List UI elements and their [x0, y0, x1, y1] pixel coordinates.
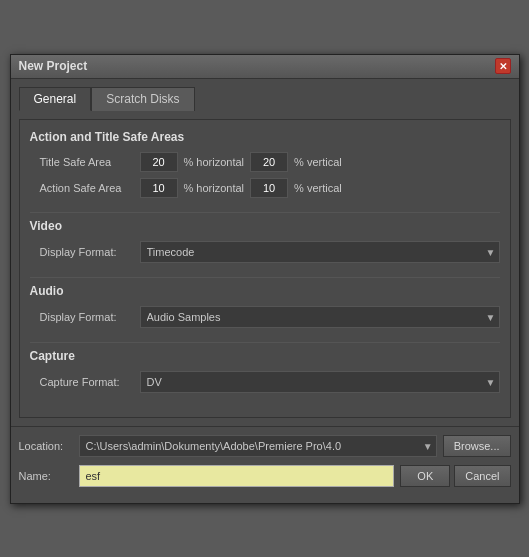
footer: Location: C:\Users\admin\Dokumenty\Adobe… — [11, 426, 519, 503]
audio-display-format-row: Display Format: Audio Samples Millisecon… — [30, 306, 500, 328]
capture-section: Capture Capture Format: DV HDV ▼ — [30, 349, 500, 393]
title-safe-v-pct: % vertical — [294, 156, 342, 168]
audio-section: Audio Display Format: Audio Samples Mill… — [30, 284, 500, 328]
video-display-format-wrap: Timecode Frames Feet + Frames Samples ▼ — [140, 241, 500, 263]
title-safe-v-input[interactable] — [250, 152, 288, 172]
audio-display-format-select[interactable]: Audio Samples Milliseconds — [140, 306, 500, 328]
divider-1 — [30, 212, 500, 213]
title-safe-row: Title Safe Area % horizontal % vertical — [30, 152, 500, 172]
audio-display-format-wrap: Audio Samples Milliseconds ▼ — [140, 306, 500, 328]
action-safe-v-pct: % vertical — [294, 182, 342, 194]
action-safe-label: Action Safe Area — [40, 182, 140, 194]
video-display-format-select[interactable]: Timecode Frames Feet + Frames Samples — [140, 241, 500, 263]
window-body: General Scratch Disks Action and Title S… — [11, 79, 519, 426]
tab-bar: General Scratch Disks — [19, 87, 511, 111]
title-safe-h-pct: % horizontal — [184, 156, 245, 168]
capture-format-select[interactable]: DV HDV — [140, 371, 500, 393]
video-display-format-label: Display Format: — [40, 246, 140, 258]
video-title: Video — [30, 219, 500, 233]
capture-format-wrap: DV HDV ▼ — [140, 371, 500, 393]
cancel-button[interactable]: Cancel — [454, 465, 510, 487]
name-input[interactable] — [79, 465, 395, 487]
action-safe-h-pct: % horizontal — [184, 182, 245, 194]
title-safe-label: Title Safe Area — [40, 156, 140, 168]
video-display-format-row: Display Format: Timecode Frames Feet + F… — [30, 241, 500, 263]
tab-scratch-disks[interactable]: Scratch Disks — [91, 87, 194, 111]
capture-format-row: Capture Format: DV HDV ▼ — [30, 371, 500, 393]
safe-areas-title: Action and Title Safe Areas — [30, 130, 500, 144]
divider-2 — [30, 277, 500, 278]
name-label: Name: — [19, 470, 79, 482]
title-bar: New Project ✕ — [11, 55, 519, 79]
location-select[interactable]: C:\Users\admin\Dokumenty\Adobe\Premiere … — [79, 435, 437, 457]
location-select-wrap: C:\Users\admin\Dokumenty\Adobe\Premiere … — [79, 435, 437, 457]
location-label: Location: — [19, 440, 79, 452]
capture-title: Capture — [30, 349, 500, 363]
location-row: Location: C:\Users\admin\Dokumenty\Adobe… — [19, 435, 511, 457]
window-title: New Project — [19, 59, 88, 73]
new-project-dialog: New Project ✕ General Scratch Disks Acti… — [10, 54, 520, 504]
action-safe-v-input[interactable] — [250, 178, 288, 198]
capture-format-label: Capture Format: — [40, 376, 140, 388]
name-row: Name: OK Cancel — [19, 465, 511, 487]
audio-title: Audio — [30, 284, 500, 298]
video-section: Video Display Format: Timecode Frames Fe… — [30, 219, 500, 263]
divider-3 — [30, 342, 500, 343]
action-safe-row: Action Safe Area % horizontal % vertical — [30, 178, 500, 198]
title-safe-h-input[interactable] — [140, 152, 178, 172]
ok-button[interactable]: OK — [400, 465, 450, 487]
browse-button[interactable]: Browse... — [443, 435, 511, 457]
tab-content-general: Action and Title Safe Areas Title Safe A… — [19, 119, 511, 418]
safe-areas-section: Action and Title Safe Areas Title Safe A… — [30, 130, 500, 198]
action-safe-h-input[interactable] — [140, 178, 178, 198]
close-button[interactable]: ✕ — [495, 58, 511, 74]
tab-general[interactable]: General — [19, 87, 92, 111]
audio-display-format-label: Display Format: — [40, 311, 140, 323]
